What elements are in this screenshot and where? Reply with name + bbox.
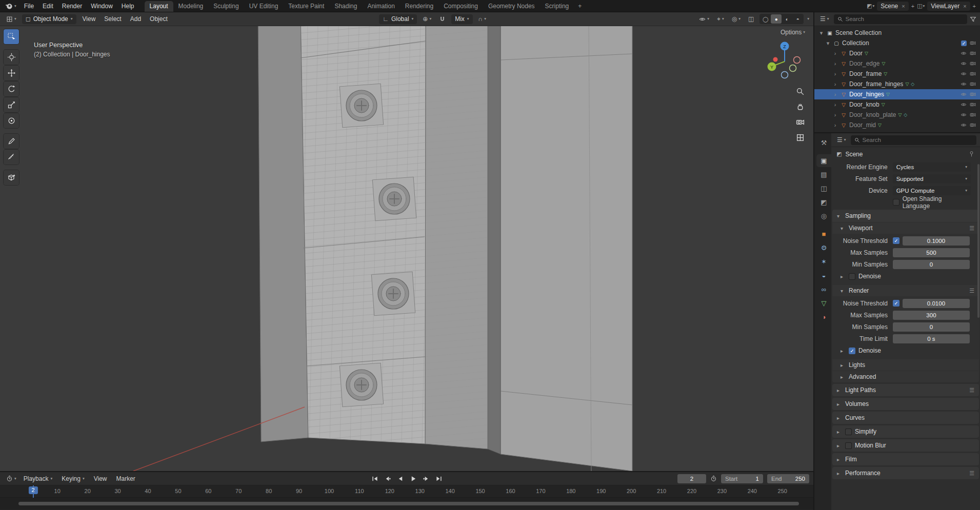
render-engine-dropdown[interactable]: Cycles▾ <box>893 162 971 172</box>
render-visibility-icon[interactable] <box>970 112 976 118</box>
timeline-ruler[interactable]: 1020304050607080901001101201301401501601… <box>0 485 813 498</box>
simplify-header[interactable]: ▸ Simplify <box>832 425 979 438</box>
osl-checkbox[interactable] <box>893 199 899 206</box>
viewport-denoise-checkbox[interactable] <box>849 273 855 280</box>
motion-blur-header[interactable]: ▸ Motion Blur <box>832 439 979 452</box>
timeline-scrollbar[interactable] <box>18 502 799 505</box>
properties-editor-type[interactable]: ☰▾ <box>835 135 848 145</box>
menu-window[interactable]: Window <box>87 3 117 10</box>
light-paths-header[interactable]: ▸ Light Paths ☰ <box>832 384 979 396</box>
outliner-item-door-frame[interactable]: › ▽ Door_frame ▽ <box>814 69 980 79</box>
collection-checkbox[interactable]: ✓ <box>961 40 967 46</box>
current-frame-field[interactable]: 2 <box>677 474 706 483</box>
outliner-item-door[interactable]: › ▽ Door ▽ <box>814 48 980 58</box>
tab-physics-properties[interactable]: ◒ <box>816 269 831 282</box>
expand-icon[interactable]: › <box>832 81 838 87</box>
viewport-denoise-header[interactable]: ▸ Denoise <box>832 271 979 282</box>
hide-icon[interactable] <box>961 50 967 56</box>
sampling-panel-header[interactable]: ▾ Sampling <box>832 210 979 222</box>
sampling-viewport-header[interactable]: ▾ Viewport ☰ <box>832 222 979 234</box>
expand-icon[interactable]: › <box>832 101 838 108</box>
tab-animation[interactable]: Animation <box>362 1 399 12</box>
blender-app-menu[interactable]: ▾ <box>2 2 19 10</box>
gizmo-y-neg-axis[interactable] <box>790 65 796 72</box>
tab-material-properties[interactable]: ◑ <box>816 311 831 323</box>
outliner-search[interactable] <box>834 14 967 24</box>
menu-render[interactable]: Render <box>58 3 86 10</box>
xray-toggle[interactable]: ◫ <box>746 14 756 24</box>
timeline-menu-playback[interactable]: Playback▾ <box>19 475 56 482</box>
expand-icon[interactable]: › <box>832 71 838 77</box>
unlink-scene-icon[interactable]: × <box>902 3 905 9</box>
playhead-frame-badge[interactable]: 2 <box>29 486 38 494</box>
hide-icon[interactable] <box>961 60 967 67</box>
pan-hand-icon[interactable] <box>796 103 805 111</box>
feature-set-dropdown[interactable]: Supported▾ <box>893 174 971 183</box>
expand-icon[interactable]: › <box>832 112 838 118</box>
navigation-gizmo[interactable]: Z Y <box>763 39 806 82</box>
3d-viewport[interactable]: ▾ ◻ Object Mode ▾ View Select Add Object… <box>0 12 813 471</box>
pin-icon[interactable] <box>968 151 975 157</box>
render-visibility-icon[interactable] <box>970 91 976 97</box>
film-header[interactable]: ▸ Film <box>832 453 979 465</box>
render-visibility-icon[interactable] <box>970 101 976 108</box>
viewport-menu-object[interactable]: Object <box>147 14 170 24</box>
hide-icon[interactable] <box>961 101 967 108</box>
tab-modeling[interactable]: Modeling <box>173 1 209 12</box>
frame-end-field[interactable]: End250 <box>767 474 809 483</box>
gizmo-x-axis[interactable] <box>773 57 778 62</box>
tab-tool-properties[interactable]: ⚒ <box>816 136 831 149</box>
falloff-dropdown[interactable]: Mix ▾ <box>451 14 472 24</box>
sampling-render-header[interactable]: ▾ Render ☰ <box>832 285 979 296</box>
play-reverse-button[interactable] <box>395 474 406 484</box>
scale-tool[interactable] <box>4 97 19 112</box>
snap-toggle[interactable] <box>437 15 448 24</box>
tab-object-properties[interactable]: ■ <box>816 228 831 240</box>
viewport-min-samples-field[interactable]: 0 <box>893 260 970 269</box>
gizmos-dropdown[interactable]: ⌖▾ <box>715 14 726 24</box>
viewport-menu-add[interactable]: Add <box>128 14 144 24</box>
shading-options-arrow[interactable]: ▾ <box>807 17 809 21</box>
timeline-menu-marker[interactable]: Marker <box>112 475 139 482</box>
tab-layout[interactable]: Layout <box>145 1 173 12</box>
render-visibility-icon[interactable] <box>970 71 976 77</box>
expand-icon[interactable]: › <box>832 122 838 128</box>
outliner-item-door-mid[interactable]: › ▽ Door_mid ▽ <box>814 120 980 130</box>
menu-file[interactable]: File <box>20 3 38 10</box>
outliner-item-door-frame-hinges[interactable]: › ▽ Door_frame_hinges ▽ ◇ <box>814 79 980 89</box>
frame-start-field[interactable]: Start1 <box>721 474 763 483</box>
outliner-collection[interactable]: ▾ ▢ Collection ✓ <box>814 38 980 48</box>
tab-geometry-nodes[interactable]: Geometry Nodes <box>483 1 540 12</box>
expand-icon[interactable]: ▾ <box>818 30 824 36</box>
tab-modifier-properties[interactable]: ⚙ <box>816 241 831 254</box>
browse-scene-icon[interactable]: ◩▾ <box>867 3 874 9</box>
jump-to-start-button[interactable] <box>369 474 381 484</box>
viewport-menu-select[interactable]: Select <box>102 14 124 24</box>
viewport-noise-threshold-field[interactable]: 0.1000 <box>903 236 970 246</box>
editor-type-selector[interactable]: ▾ <box>4 15 18 24</box>
play-button[interactable] <box>408 474 419 484</box>
properties-scrollbar[interactable] <box>977 164 979 318</box>
new-viewlayer-icon[interactable]: + <box>973 3 976 9</box>
toggle-ortho-icon[interactable] <box>796 133 805 142</box>
scene-selector[interactable]: Scene × <box>877 2 908 11</box>
render-denoise-header[interactable]: ▸ ✓ Denoise <box>832 345 979 356</box>
viewport-canvas[interactable] <box>0 12 813 471</box>
outliner-item-door-knob-plate[interactable]: › ▽ Door_knob_plate ▽ ◇ <box>814 110 980 120</box>
viewport-noise-threshold-checkbox[interactable]: ✓ <box>893 237 899 244</box>
pivot-point-dropdown[interactable]: ⊕▾ <box>421 14 433 24</box>
select-box-tool[interactable] <box>4 29 19 44</box>
tab-world-properties[interactable]: ◎ <box>816 210 831 222</box>
new-scene-icon[interactable]: + <box>911 3 914 9</box>
add-cube-tool[interactable] <box>4 170 19 185</box>
hide-icon[interactable] <box>961 81 967 87</box>
viewport-max-samples-field[interactable]: 500 <box>893 248 970 257</box>
tab-scene-properties[interactable]: ◩ <box>816 196 831 209</box>
render-denoise-checkbox[interactable]: ✓ <box>849 348 855 354</box>
render-min-samples-field[interactable]: 0 <box>893 322 970 332</box>
advanced-header[interactable]: ▸ Advanced <box>832 371 979 382</box>
shading-wireframe-button[interactable]: ◯ <box>760 14 771 24</box>
time-limit-field[interactable]: 0 s <box>893 334 970 343</box>
viewport-menu-view[interactable]: View <box>80 14 98 24</box>
gizmo-z-neg-axis[interactable] <box>782 72 788 78</box>
